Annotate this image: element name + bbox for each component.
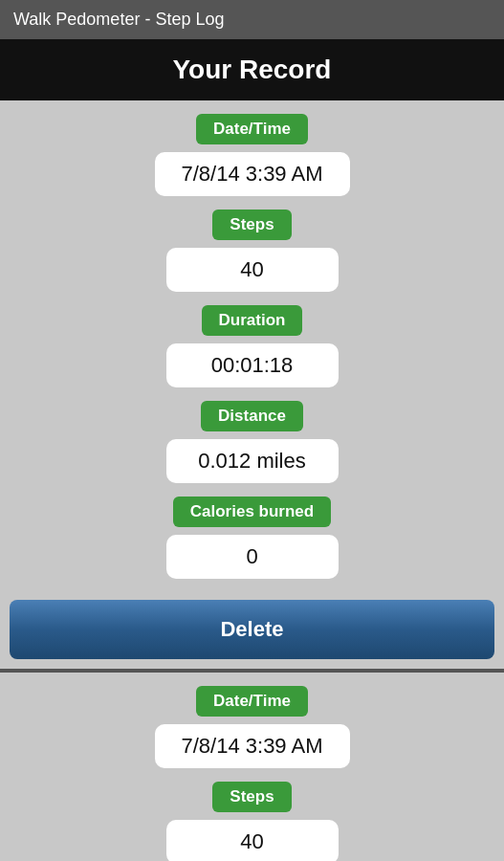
record-1: Date/Time 7/8/14 3:39 AM Steps 40 Durati… — [0, 100, 504, 659]
title-bar: Walk Pedometer - Step Log — [0, 0, 504, 39]
steps-label-2: Steps — [212, 782, 291, 812]
datetime-label-2: Date/Time — [196, 686, 308, 717]
record-2: Date/Time 7/8/14 3:39 AM Steps 40 Durati… — [0, 673, 504, 861]
duration-value-1: 00:01:18 — [166, 343, 339, 387]
datetime-value-1: 7/8/14 3:39 AM — [155, 152, 350, 196]
page-title-text: Your Record — [173, 55, 332, 84]
distance-value-1: 0.012 miles — [166, 439, 339, 483]
steps-value-1: 40 — [166, 248, 339, 292]
steps-label-1: Steps — [212, 210, 291, 240]
steps-value-2: 40 — [166, 820, 339, 861]
distance-label-1: Distance — [201, 401, 303, 431]
calories-label-1: Calories burned — [173, 497, 331, 527]
calories-value-1: 0 — [166, 535, 339, 579]
duration-label-1: Duration — [202, 305, 303, 336]
page-title: Your Record — [0, 39, 504, 100]
datetime-label-1: Date/Time — [196, 114, 308, 144]
title-bar-label: Walk Pedometer - Step Log — [13, 10, 224, 29]
delete-button-1[interactable]: Delete — [10, 600, 494, 659]
datetime-value-2: 7/8/14 3:39 AM — [155, 724, 350, 768]
